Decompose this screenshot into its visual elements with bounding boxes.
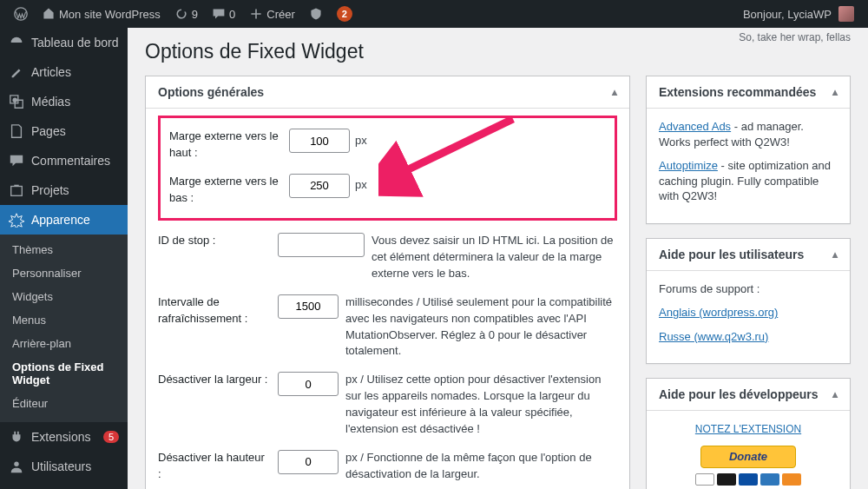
input-margin-bottom[interactable] [289, 174, 350, 198]
box-general-header[interactable]: Options générales▴ [146, 76, 629, 109]
menu-tools[interactable]: Outils [0, 481, 128, 489]
payment-cards-icon [659, 473, 838, 486]
submenu-menus[interactable]: Menus [0, 308, 128, 332]
collapse-icon[interactable]: ▴ [832, 248, 838, 261]
collapse-icon[interactable]: ▴ [832, 388, 838, 400]
box-recommended: Extensions recommandées▴ Advanced Ads - … [646, 76, 851, 224]
desc-disable-height: px / Fonctionne de la même façon que l'o… [345, 450, 617, 483]
updates[interactable]: 9 [168, 0, 205, 28]
new-content[interactable]: Créer [242, 0, 302, 28]
tagline: So, take her wrap, fellas [739, 31, 851, 43]
menu-projects[interactable]: Projets [0, 175, 128, 205]
site-name[interactable]: Mon site WordPress [35, 0, 168, 28]
box-general-options: Options générales▴ Marge externe vers le… [145, 76, 630, 489]
link-autoptimize[interactable]: Autoptimize [659, 159, 718, 172]
link-rate-extension[interactable]: NOTEZ L'EXTENSION [695, 423, 801, 435]
input-disable-width[interactable] [278, 372, 339, 396]
menu-posts[interactable]: Articles [0, 57, 128, 87]
svg-point-3 [14, 462, 18, 466]
page-title: Options de Fixed Widget [145, 40, 851, 63]
label-disable-height: Désactiver la hauteur : [158, 450, 271, 483]
notifications[interactable]: 2 [330, 0, 359, 28]
label-refresh-interval: Intervalle de rafraîchissement : [158, 294, 271, 327]
submenu-editor[interactable]: Éditeur [0, 392, 128, 415]
link-forum-ru[interactable]: Russe (www.q2w3.ru) [659, 330, 768, 343]
highlighted-margins: Marge externe vers le haut : px Marge ex… [158, 116, 617, 221]
donate-button[interactable]: Donate [659, 446, 838, 486]
collapse-icon[interactable]: ▴ [612, 86, 617, 98]
submenu-background[interactable]: Arrière-plan [0, 332, 128, 355]
submenu-appearance: Thèmes Personnaliser Widgets Menus Arriè… [0, 235, 128, 422]
desc-disable-width: px / Utilisez cette option pour désactiv… [345, 372, 617, 437]
menu-comments[interactable]: Commentaires [0, 146, 128, 175]
label-disable-width: Désactiver la largeur : [158, 372, 271, 388]
label-stop-id: ID de stop : [158, 233, 271, 249]
admin-sidebar: Tableau de bord Articles Médias Pages Co… [0, 28, 128, 489]
box-user-help-header[interactable]: Aide pour les utilisateurs▴ [647, 239, 850, 271]
box-user-help: Aide pour les utilisateurs▴ Forums de su… [646, 238, 851, 365]
submenu-fixed-widget[interactable]: Options de Fixed Widget [0, 355, 128, 392]
avatar [838, 6, 854, 22]
shield-icon[interactable] [302, 0, 330, 28]
box-recommended-header[interactable]: Extensions recommandées▴ [647, 76, 850, 109]
menu-plugins[interactable]: Extensions5 [0, 422, 128, 452]
unit-px: px [355, 177, 367, 194]
menu-media[interactable]: Médias [0, 87, 128, 116]
menu-dashboard[interactable]: Tableau de bord [0, 28, 128, 57]
unit-px: px [355, 133, 367, 149]
comments[interactable]: 0 [205, 0, 242, 28]
menu-appearance[interactable]: Apparence [0, 205, 128, 235]
desc-stop-id: Vous devez saisir un ID HTML ici. La pos… [372, 233, 617, 282]
submenu-themes[interactable]: Thèmes [0, 238, 128, 261]
box-dev-help: Aide pour les développeurs▴ NOTEZ L'EXTE… [646, 378, 851, 489]
link-forum-en[interactable]: Anglais (wordpress.org) [659, 306, 778, 319]
link-advanced-ads[interactable]: Advanced Ads [659, 120, 731, 133]
box-dev-help-header[interactable]: Aide pour les développeurs▴ [647, 379, 850, 411]
wp-logo[interactable] [7, 0, 35, 28]
input-refresh-interval[interactable] [278, 294, 339, 319]
label-margin-top: Marge externe vers le haut : [169, 129, 282, 162]
svg-rect-2 [11, 187, 23, 196]
account-greeting[interactable]: Bonjour, LyciaWP [736, 0, 861, 28]
input-margin-top[interactable] [289, 129, 350, 153]
desc-refresh-interval: millisecondes / Utilisé seulement pour l… [345, 294, 617, 360]
submenu-customize[interactable]: Personnaliser [0, 261, 128, 285]
menu-users[interactable]: Utilisateurs [0, 452, 128, 481]
input-disable-height[interactable] [278, 450, 339, 474]
menu-pages[interactable]: Pages [0, 116, 128, 146]
collapse-icon[interactable]: ▴ [832, 86, 838, 98]
submenu-widgets[interactable]: Widgets [0, 285, 128, 308]
label-margin-bottom: Marge externe vers le bas : [169, 174, 282, 207]
input-stop-id[interactable] [278, 233, 365, 257]
label-support-forums: Forums de support : [659, 281, 838, 297]
